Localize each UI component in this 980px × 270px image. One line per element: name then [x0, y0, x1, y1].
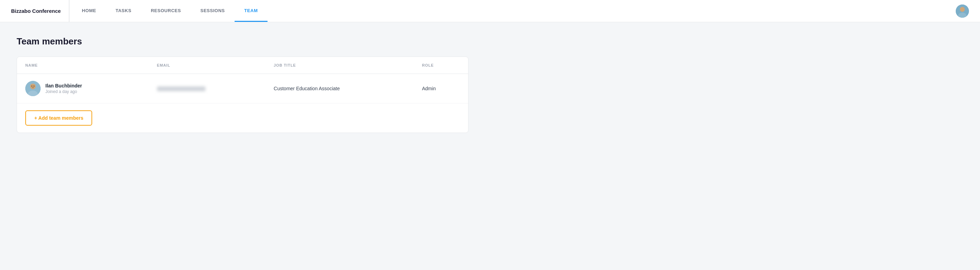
nav-item-resources[interactable]: RESOURCES	[141, 0, 191, 22]
member-avatar	[25, 81, 41, 96]
member-job-title-cell: Customer Education Associate	[266, 74, 414, 104]
member-name: Ilan Buchbinder	[45, 83, 82, 88]
table-body: Ilan Buchbinder Joined a day ago Custome…	[17, 74, 468, 133]
add-team-members-button[interactable]: + Add team members	[25, 110, 92, 126]
page-title: Team members	[17, 36, 469, 47]
member-email-blurred	[157, 86, 205, 91]
brand-logo: Bizzabo Conference	[11, 0, 69, 22]
team-table: NAME EMAIL JOB TITLE ROLE	[17, 57, 468, 133]
col-header-job-title: JOB TITLE	[266, 57, 414, 74]
team-members-card: NAME EMAIL JOB TITLE ROLE	[17, 57, 469, 133]
svg-point-7	[30, 84, 36, 89]
add-members-row: + Add team members	[17, 104, 468, 133]
col-header-role: ROLE	[414, 57, 468, 74]
main-nav: HOME TASKS RESOURCES SESSIONS TEAM	[72, 0, 956, 22]
col-header-email: EMAIL	[149, 57, 266, 74]
svg-point-8	[32, 86, 33, 87]
header: Bizzabo Conference HOME TASKS RESOURCES …	[0, 0, 980, 22]
member-role-cell: Admin	[414, 74, 468, 104]
member-name-cell: Ilan Buchbinder Joined a day ago	[17, 74, 149, 104]
member-joined: Joined a day ago	[45, 89, 82, 94]
member-job-title: Customer Education Associate	[274, 86, 340, 91]
main-content: Team members NAME EMAIL JOB TITLE ROLE	[0, 22, 485, 147]
nav-item-home[interactable]: HOME	[72, 0, 106, 22]
member-email-cell	[149, 74, 266, 104]
member-role: Admin	[422, 86, 436, 91]
user-avatar[interactable]	[956, 5, 969, 18]
header-right	[956, 0, 969, 22]
col-header-name: NAME	[17, 57, 149, 74]
nav-item-team[interactable]: TEAM	[235, 0, 267, 22]
add-members-cell: + Add team members	[17, 104, 468, 133]
table-header: NAME EMAIL JOB TITLE ROLE	[17, 57, 468, 74]
svg-point-9	[33, 86, 35, 87]
svg-point-3	[960, 7, 965, 12]
table-row: Ilan Buchbinder Joined a day ago Custome…	[17, 74, 468, 104]
nav-item-tasks[interactable]: TASKS	[106, 0, 141, 22]
member-info: Ilan Buchbinder Joined a day ago	[45, 83, 82, 94]
nav-item-sessions[interactable]: SESSIONS	[191, 0, 235, 22]
